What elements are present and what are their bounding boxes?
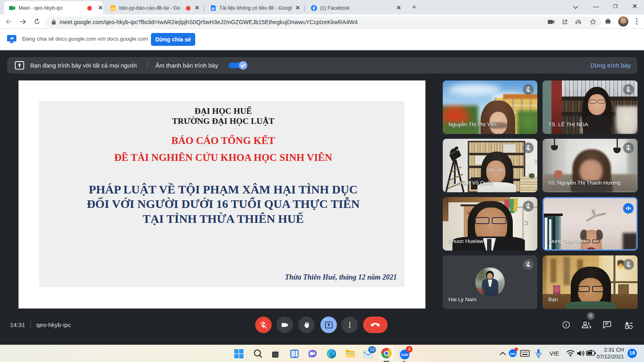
svg-text:Zalo: Zalo <box>510 352 516 355</box>
svg-text:Zalo: Zalo <box>401 353 409 357</box>
